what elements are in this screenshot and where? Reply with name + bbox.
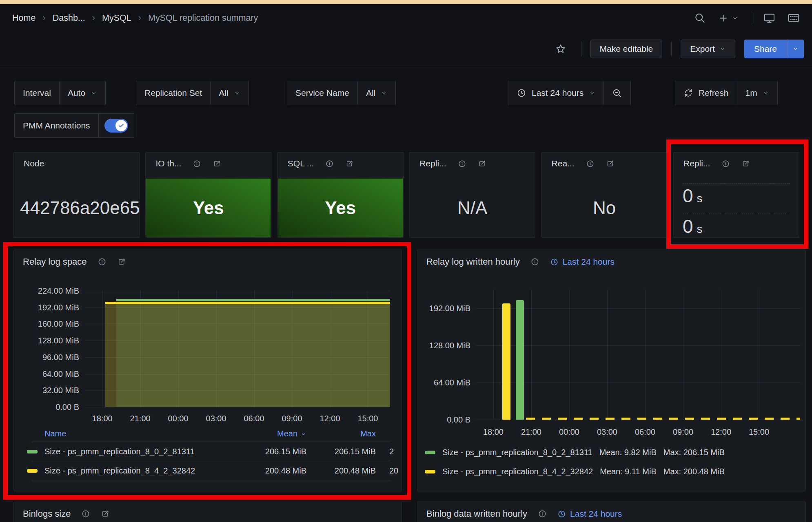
replication-set-variable: Replication Set All [136,81,249,105]
info-icon[interactable] [586,159,595,168]
stat-value-area: Yes [278,179,403,237]
breadcrumb-item[interactable]: Home [12,13,35,23]
stat-value-area: Yes [146,179,271,237]
panel-header: Binlog data written hourly Last 24 hours [417,502,805,519]
export-button[interactable]: Export [681,40,735,58]
info-icon[interactable] [721,159,730,168]
share-button[interactable]: Share [744,40,787,58]
share-split-button: Share [744,40,804,58]
replication-set-select[interactable]: All [210,81,248,105]
chevron-down-icon [763,90,769,96]
series-line-green [116,299,390,301]
legend-series-name[interactable]: Size - ps_pmm_replication_8_4_2_32842 [44,461,195,480]
breadcrumb-item[interactable]: MySQL [102,13,131,23]
panel-title: Binlogs size [23,509,71,519]
clock-icon [517,88,526,98]
divider [581,42,581,56]
external-link-icon[interactable] [478,159,486,168]
external-link-icon[interactable] [606,159,615,168]
bar-yellow [502,303,510,420]
zoom-out-button[interactable] [603,81,630,105]
stat-panel-header: Repli... [674,153,799,168]
stat-panel-header: Repli... [410,153,535,168]
stat-panel-title: SQL ... [288,159,314,168]
info-icon[interactable] [458,159,466,168]
chevron-down-icon [91,90,97,96]
stat-value-area: 442786a20e65 [14,179,139,237]
series-area-green [116,301,390,407]
legend-series-name[interactable]: Size - ps_pmm_replication_8_4_2_32842 [442,467,593,476]
stat-panel: SQL ...Yes [277,152,404,238]
stat-panel-title: Repli... [683,159,710,168]
search-icon[interactable] [694,12,706,24]
legend-clipped-value: 2 [389,442,394,461]
stat-value: N/A [457,198,487,218]
pmm-annotations-toggle[interactable] [104,119,128,133]
interval-select[interactable]: Auto [59,81,105,105]
clock-icon [557,510,566,518]
refresh-interval-select[interactable]: 1m [737,81,777,105]
share-menu-button[interactable] [787,40,804,58]
time-series-plot: 224.00 MiB192.00 MiB160.00 MiB128.00 MiB… [14,250,402,491]
gridline-vertical [759,290,759,420]
time-range-value: Last 24 hours [532,88,583,98]
legend-row: Size - ps_pmm_replication_8_4_2_32842200… [14,461,402,480]
stat-value: 0 [683,185,693,206]
legend-row: Size - ps_pmm_replication_8_0_2_81311Mea… [425,443,805,462]
stat-unit: s [697,223,703,235]
time-picker-group: Last 24 hours [508,81,631,105]
series-color-swatch [425,451,435,454]
legend-header-mean[interactable]: Mean [214,425,306,442]
legend-list: Size - ps_pmm_replication_8_0_2_81311Mea… [425,443,805,481]
external-link-icon[interactable] [741,159,750,168]
keyboard-icon[interactable] [788,12,800,24]
star-icon[interactable] [555,43,566,55]
gridline-vertical [683,290,683,420]
x-axis-label: 00:00 [160,413,197,424]
external-link-icon[interactable] [213,159,221,168]
service-name-select[interactable]: All [357,81,395,105]
stat-panel-title: Repli... [419,159,446,168]
check-icon [118,122,124,129]
info-icon[interactable] [538,509,547,518]
y-axis-label: 96.00 MiB [14,352,79,362]
gridline-horizontal [476,383,800,383]
x-axis-label: 15:00 [740,426,778,438]
plus-icon [718,13,729,24]
browser-top-strip [0,0,812,4]
legend-row: Size - ps_pmm_replication_8_0_2_81311206… [14,442,402,461]
stat-value: No [593,198,616,218]
legend-series-name[interactable]: Size - ps_pmm_replication_8_0_2_81311 [442,448,592,457]
y-axis-label: 160.00 MiB [14,319,79,329]
make-editable-button[interactable]: Make editable [590,40,663,58]
chevron-down-icon [234,90,240,96]
breadcrumb-item[interactable]: Dashb... [53,13,85,23]
x-axis-label: 18:00 [475,426,512,438]
refresh-button[interactable]: Refresh [675,81,737,105]
add-button[interactable] [718,13,739,24]
chevron-down-icon [719,45,726,52]
legend-series-name[interactable]: Size - ps_pmm_replication_8_0_2_81311 [44,442,195,461]
breadcrumb: Home›Dashb...›MySQL›MySQL replication su… [12,13,258,23]
y-axis-label: 64.00 MiB [417,378,470,387]
make-editable-label: Make editable [600,44,653,54]
legend-header-name[interactable]: Name [44,425,66,442]
divider [751,11,751,25]
toggle-knob [115,120,127,131]
legend-header-max[interactable]: Max [315,425,376,442]
gridline-horizontal [85,291,390,291]
refresh-icon [683,88,693,98]
info-icon[interactable] [193,159,201,168]
divider [671,42,672,56]
info-icon[interactable] [325,159,334,168]
external-link-icon[interactable] [101,509,110,518]
chevron-down-icon [381,90,387,96]
service-name-label: Service Name [287,81,357,105]
x-axis-label: 03:00 [588,426,626,438]
panel-time-override[interactable]: Last 24 hours [557,509,622,519]
info-icon[interactable] [81,509,90,518]
monitor-icon[interactable] [763,12,775,24]
time-range-button[interactable]: Last 24 hours [508,81,603,105]
external-link-icon[interactable] [345,159,354,168]
pmm-annotations-control: PMM Annotations [14,113,134,138]
